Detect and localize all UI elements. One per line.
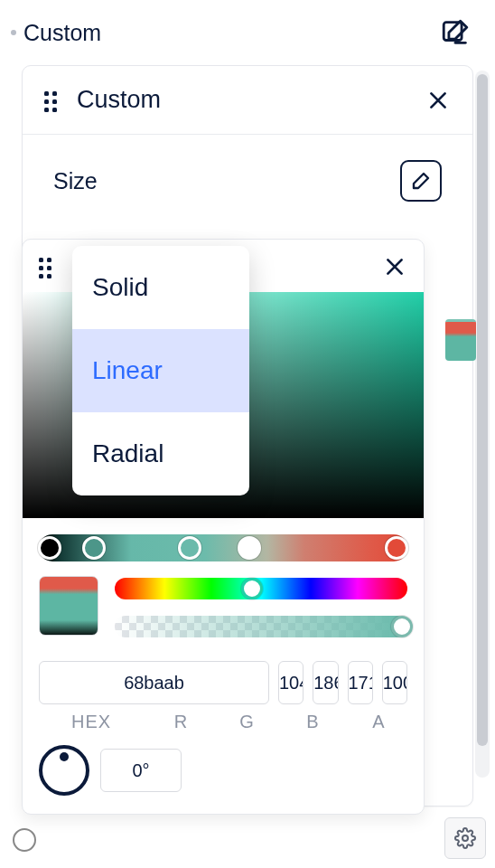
drag-handle-icon[interactable] — [39, 258, 57, 276]
b-input[interactable] — [348, 661, 373, 704]
hex-label: HEX — [39, 712, 144, 732]
dropdown-item-radial[interactable]: Radial — [72, 412, 249, 495]
alpha-thumb[interactable] — [391, 616, 413, 637]
hex-input[interactable] — [39, 661, 269, 704]
edit-button[interactable] — [439, 16, 472, 49]
gradient-type-dropdown: SolidLinearRadial — [72, 246, 249, 495]
dropdown-item-linear[interactable]: Linear — [72, 329, 249, 412]
angle-row — [39, 745, 407, 796]
panel-title: Custom — [77, 86, 425, 114]
gradient-stops-bar[interactable] — [39, 534, 407, 561]
gradient-preview-swatch[interactable] — [39, 576, 98, 636]
pencil-icon — [410, 170, 432, 192]
b-label: B — [285, 712, 341, 732]
gradient-swatch-peek[interactable] — [445, 319, 476, 361]
angle-dial-indicator — [60, 752, 69, 761]
size-row: Size — [23, 135, 472, 227]
scrollbar-track[interactable] — [475, 71, 490, 778]
circle-icon — [13, 828, 36, 852]
settings-button[interactable] — [444, 817, 486, 859]
drag-handle-icon[interactable] — [44, 91, 62, 109]
color-inputs — [39, 661, 407, 704]
bullet-icon — [11, 30, 16, 35]
swatch-row — [39, 576, 407, 637]
close-icon — [383, 255, 406, 278]
gradient-stop[interactable] — [385, 536, 408, 560]
angle-dial[interactable] — [39, 745, 89, 796]
size-label: Size — [53, 168, 98, 194]
hue-thumb[interactable] — [241, 578, 263, 599]
hue-slider[interactable] — [115, 578, 407, 599]
panel-header: Custom — [23, 66, 472, 135]
dropdown-item-solid[interactable]: Solid — [72, 246, 249, 329]
gradient-stop[interactable] — [178, 536, 201, 560]
r-input[interactable] — [278, 661, 304, 704]
a-label: A — [350, 712, 407, 732]
picker-close-button[interactable] — [382, 254, 407, 279]
pencil-square-icon — [440, 17, 471, 48]
gradient-stop[interactable] — [82, 536, 106, 560]
svg-point-1 — [462, 835, 468, 841]
g-label: G — [219, 712, 276, 732]
gradient-stop[interactable] — [238, 536, 261, 560]
svg-rect-0 — [444, 23, 462, 41]
gradient-stop[interactable] — [38, 536, 61, 560]
scrollbar-thumb[interactable] — [477, 74, 488, 746]
sliders — [115, 576, 407, 637]
top-row: Custom — [0, 0, 495, 49]
alpha-slider[interactable] — [115, 616, 407, 637]
top-left: Custom — [11, 20, 101, 46]
close-icon — [426, 89, 450, 112]
size-edit-button[interactable] — [400, 160, 442, 202]
angle-input[interactable] — [100, 749, 182, 792]
gear-icon — [454, 827, 476, 849]
a-input[interactable] — [382, 661, 407, 704]
input-labels: HEX R G B A — [39, 712, 407, 732]
page-title: Custom — [23, 20, 101, 46]
close-button[interactable] — [425, 88, 451, 113]
g-input[interactable] — [313, 661, 338, 704]
r-label: R — [153, 712, 210, 732]
